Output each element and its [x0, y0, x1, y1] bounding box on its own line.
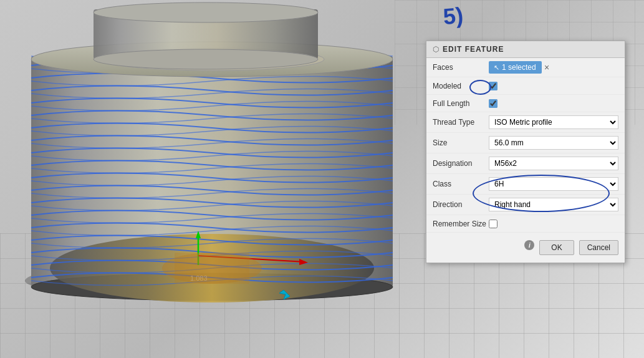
cylinder-svg: 1.083 [0, 0, 424, 358]
class-row: Class 6H 6G 4H 5H [426, 174, 625, 195]
modeled-checkbox[interactable] [489, 82, 497, 90]
direction-select[interactable]: Right hand Left hand [489, 198, 618, 211]
remember-size-control [489, 220, 618, 228]
size-label: Size [433, 138, 489, 147]
remember-size-checkbox[interactable] [489, 220, 497, 228]
panel-footer: i OK Cancel [426, 235, 625, 256]
size-row: Size 56.0 mm 52.0 mm 48.0 mm 64.0 mm [426, 133, 625, 153]
designation-control: M56x2 M56x3 M56x4 M56x5.5 [489, 157, 618, 170]
designation-label: Designation [433, 159, 489, 168]
edit-feature-panel: ⬡ EDIT FEATURE Faces ↖ 1 selected × Mode… [426, 41, 625, 263]
ok-button[interactable]: OK [539, 240, 574, 255]
class-select[interactable]: 6H 6G 4H 5H [489, 177, 618, 191]
faces-control: ↖ 1 selected × [489, 61, 618, 74]
full-length-control [489, 99, 618, 108]
designation-row: Designation M56x2 M56x3 M56x4 M56x5.5 [426, 153, 625, 174]
annotation-number: 5) [442, 2, 464, 31]
svg-rect-15 [175, 253, 249, 284]
info-icon[interactable]: i [524, 240, 534, 250]
faces-row: Faces ↖ 1 selected × [426, 58, 625, 77]
remember-size-row: Remember Size [426, 215, 625, 233]
faces-button-text: 1 selected [502, 63, 536, 72]
thread-type-select[interactable]: ISO Metric profile UN BSPP ACME [489, 115, 618, 129]
svg-point-7 [94, 2, 318, 22]
direction-control: Right hand Left hand [489, 198, 618, 211]
modeled-row: Modeled [426, 77, 625, 95]
full-length-checkbox[interactable] [489, 99, 497, 108]
panel-title: EDIT FEATURE [443, 45, 504, 54]
thread-type-control: ISO Metric profile UN BSPP ACME [489, 115, 618, 129]
designation-select[interactable]: M56x2 M56x3 M56x4 M56x5.5 [489, 157, 618, 170]
cursor-icon: ↖ [494, 64, 499, 72]
direction-row: Direction Right hand Left hand [426, 195, 625, 215]
direction-label: Direction [433, 200, 489, 209]
size-select[interactable]: 56.0 mm 52.0 mm 48.0 mm 64.0 mm [489, 136, 618, 150]
edit-feature-icon: ⬡ [433, 45, 439, 54]
modeled-control [489, 82, 618, 90]
modeled-label: Modeled [433, 82, 489, 90]
class-control: 6H 6G 4H 5H [489, 177, 618, 191]
panel-header: ⬡ EDIT FEATURE [426, 41, 625, 58]
faces-clear-button[interactable]: × [544, 63, 549, 72]
faces-label: Faces [433, 63, 489, 72]
class-label: Class [433, 180, 489, 188]
faces-button[interactable]: ↖ 1 selected [489, 61, 542, 74]
thread-type-label: Thread Type [433, 118, 489, 127]
cancel-button[interactable]: Cancel [579, 240, 618, 255]
svg-point-8 [94, 49, 318, 69]
full-length-row: Full Length [426, 95, 625, 112]
remember-size-label: Remember Size [433, 220, 489, 228]
thread-type-row: Thread Type ISO Metric profile UN BSPP A… [426, 112, 625, 133]
size-control: 56.0 mm 52.0 mm 48.0 mm 64.0 mm [489, 136, 618, 150]
full-length-label: Full Length [433, 99, 489, 108]
